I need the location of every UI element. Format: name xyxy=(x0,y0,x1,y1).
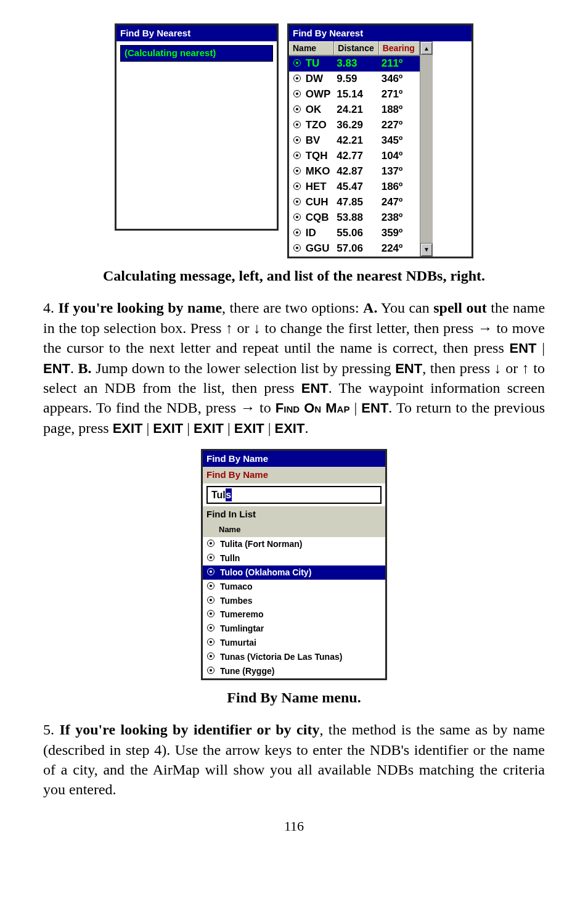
pipe: | xyxy=(183,420,194,436)
cell-bearing: 224º xyxy=(379,241,420,257)
key-exit: EXIT xyxy=(153,421,183,436)
arrow-down-icon: ↓ xyxy=(494,360,502,376)
cell-name: BV xyxy=(289,133,334,149)
list-item[interactable]: Tumeremo xyxy=(203,607,385,622)
cell-name: HET xyxy=(289,179,334,195)
list-item[interactable]: Tunas (Victoria De Las Tunas) xyxy=(203,650,385,664)
cell-bearing: 271º xyxy=(379,87,420,102)
arrow-right-icon: → xyxy=(478,320,492,336)
cell-name: CUH xyxy=(289,195,334,210)
cell-bearing: 137º xyxy=(379,164,420,179)
scroll-track[interactable] xyxy=(420,55,433,243)
step-number: 4. xyxy=(43,300,54,316)
list-item-label: Tune (Rygge) xyxy=(220,665,274,677)
table-row[interactable]: DW9.59346º xyxy=(289,72,420,87)
key-ent: ENT xyxy=(395,361,422,376)
table-row[interactable]: CUH47.85247º xyxy=(289,195,420,210)
table-row[interactable]: TZO36.29227º xyxy=(289,118,420,133)
name-input[interactable]: Tuls xyxy=(206,486,382,504)
ndb-icon xyxy=(292,149,303,163)
cell-distance: 3.83 xyxy=(334,56,378,72)
list-item[interactable]: Tumaco xyxy=(203,580,385,594)
list-item[interactable]: Tulln xyxy=(203,551,385,565)
ndb-icon xyxy=(205,595,216,607)
ndb-icon xyxy=(292,180,303,194)
list-item-label: Tulln xyxy=(220,553,240,564)
cell-bearing: 186º xyxy=(379,179,420,195)
col-distance[interactable]: Distance xyxy=(334,41,378,56)
scroll-up-icon[interactable]: ▲ xyxy=(420,41,433,55)
key-ent: ENT xyxy=(361,400,388,416)
ndb-icon xyxy=(292,226,303,241)
col-name[interactable]: Name xyxy=(289,41,334,56)
ndb-icon xyxy=(205,567,216,578)
figure-nearest-panels: Find By Nearest (Calculating nearest) Fi… xyxy=(43,23,545,258)
panel-title: Find By Nearest xyxy=(116,25,277,41)
list-item[interactable]: Tumlingtar xyxy=(203,622,385,636)
page-number: 116 xyxy=(43,817,545,836)
scroll-down-icon[interactable]: ▼ xyxy=(420,243,433,257)
cell-distance: 53.88 xyxy=(334,210,378,226)
list-item[interactable]: Tumbes xyxy=(203,594,385,608)
table-row[interactable]: TQH42.77104º xyxy=(289,149,420,164)
text: You can xyxy=(377,300,433,316)
key-find-on-map: Find On Map xyxy=(276,400,350,416)
cell-distance: 36.29 xyxy=(334,118,378,133)
key-ent: ENT xyxy=(301,380,329,396)
cell-distance: 24.21 xyxy=(334,102,378,118)
list-item[interactable]: Tulita (Fort Norman) xyxy=(203,537,385,551)
cell-bearing: 188º xyxy=(379,102,420,118)
cell-distance: 42.21 xyxy=(334,133,378,149)
key-exit: EXIT xyxy=(275,421,305,436)
figure-caption: Calculating message, left, and list of t… xyxy=(43,266,545,286)
key-exit: EXIT xyxy=(234,421,264,436)
table-row[interactable]: OWP15.14271º xyxy=(289,87,420,102)
step-number: 5. xyxy=(43,722,54,738)
table-row[interactable]: CQB53.88238º xyxy=(289,210,420,226)
arrow-down-icon: ↓ xyxy=(253,320,261,336)
cell-distance: 15.14 xyxy=(334,87,378,102)
input-cursor: s xyxy=(226,488,232,502)
text: or xyxy=(502,360,522,376)
list-item-label: Tunas (Victoria De Las Tunas) xyxy=(220,651,342,663)
ndb-icon xyxy=(292,57,303,71)
table-row[interactable]: GGU57.06224º xyxy=(289,241,420,257)
table-row[interactable]: MKO42.87137º xyxy=(289,164,420,179)
list-item-label: Tumurtai xyxy=(220,637,256,649)
ndb-icon xyxy=(205,581,216,593)
key-ent: ENT xyxy=(43,361,70,376)
nearest-table: Name Distance Bearing TU3.83211º DW9.593… xyxy=(289,41,420,257)
text: . xyxy=(304,420,308,436)
cell-bearing: 238º xyxy=(379,210,420,226)
table-row[interactable]: BV42.21345º xyxy=(289,133,420,149)
list-item-label: Tumbes xyxy=(220,595,253,607)
panel-nearest-list: Find By Nearest Name Distance Bearing TU… xyxy=(287,23,473,258)
arrow-right-icon: → xyxy=(240,400,255,416)
cell-name: GGU xyxy=(289,241,334,257)
step-heading: If you're looking by name xyxy=(59,300,223,316)
panel-find-by-name: Find By Name Find By Name Tuls Find In L… xyxy=(201,449,387,680)
list-item[interactable]: Tuloo (Oklahoma City) xyxy=(203,565,385,580)
text: or xyxy=(233,320,253,336)
section-find-by-name: Find By Name xyxy=(203,467,385,483)
name-list[interactable]: Tulita (Fort Norman)TullnTuloo (Oklahoma… xyxy=(203,537,385,678)
scrollbar[interactable]: ▲ ▼ xyxy=(420,41,433,257)
table-row[interactable]: TU3.83211º xyxy=(289,56,420,72)
input-value: Tul xyxy=(211,488,226,502)
pipe: | xyxy=(349,400,361,416)
section-find-in-list: Find In List xyxy=(203,506,385,522)
list-item[interactable]: Tumurtai xyxy=(203,636,385,650)
ndb-icon xyxy=(205,538,216,550)
col-bearing[interactable]: Bearing xyxy=(379,41,420,56)
list-item[interactable]: Tune (Rygge) xyxy=(203,664,385,678)
table-row[interactable]: ID55.06359º xyxy=(289,226,420,241)
ndb-icon xyxy=(205,609,216,620)
table-row[interactable]: HET45.47186º xyxy=(289,179,420,195)
text: Jump down to the lower selection list by… xyxy=(92,360,396,376)
ndb-icon xyxy=(205,553,216,564)
cell-bearing: 345º xyxy=(379,133,420,149)
table-row[interactable]: OK24.21188º xyxy=(289,102,420,118)
cell-name: DW xyxy=(289,72,334,87)
ndb-icon xyxy=(292,88,303,102)
ndb-icon xyxy=(292,165,303,179)
